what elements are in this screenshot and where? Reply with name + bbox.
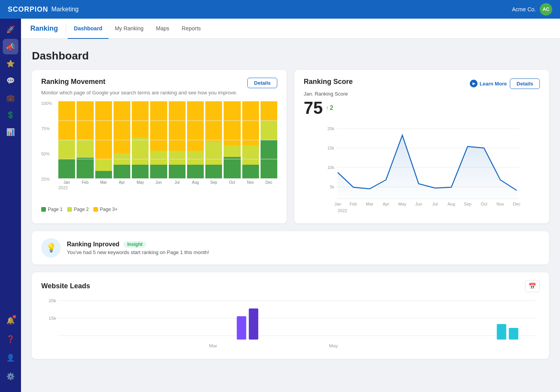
ranking-score-actions: ▶ Learn More Details — [470, 78, 540, 89]
sidebar-item-dollar[interactable]: 💲 — [3, 107, 18, 123]
x-label: Mar — [95, 180, 112, 185]
leads-chart-container: 20k 15k Mar May — [41, 297, 540, 351]
sidebar-item-settings[interactable]: ⚙️ — [3, 369, 18, 384]
sidebar-item-chart[interactable]: 📊 — [3, 124, 18, 140]
sidebar: 🚀 📣 ⭐ 💬 💼 💲 📊 🔔 ❓ 👤 ⚙️ — [0, 19, 21, 392]
x-label: Apr — [114, 180, 130, 185]
learn-more-label: Learn More — [480, 81, 507, 87]
svg-text:15k: 15k — [49, 316, 56, 321]
tab-reports[interactable]: Reports — [175, 19, 207, 39]
calendar-icon: 📅 — [528, 283, 536, 289]
sub-nav: Ranking Dashboard My Ranking Maps Report… — [21, 19, 560, 39]
avatar[interactable]: AC — [540, 3, 552, 16]
bar-segment-page1 — [224, 157, 240, 179]
svg-text:5k: 5k — [330, 185, 334, 189]
sidebar-item-star[interactable]: ⭐ — [3, 56, 18, 71]
x-axis-labels: JanFebMarAprMayJunJulAugSepOctNovDec — [58, 180, 277, 185]
tab-dashboard[interactable]: Dashboard — [68, 19, 108, 39]
insight-text: You've had 5 new keywords start ranking … — [67, 249, 540, 255]
bar-segment-page1 — [169, 165, 186, 179]
bar-segment-page2 — [114, 153, 130, 165]
area-fill — [338, 135, 517, 199]
bar-chart-year: 2022 — [58, 185, 277, 190]
company-name: Acme Co. — [512, 6, 536, 12]
svg-text:Jan: Jan — [334, 202, 341, 206]
svg-text:Mar: Mar — [209, 344, 217, 348]
svg-text:Oct: Oct — [481, 202, 487, 206]
bar-group — [205, 101, 222, 179]
notification-badge — [13, 315, 16, 318]
legend-dot-page2 — [67, 207, 72, 212]
insight-card: 💡 Ranking Inproved Insight You've had 5 … — [32, 231, 549, 265]
ranking-score-chart: 20k 15k 10k 5k — [304, 121, 540, 216]
bar-segment-page2 — [132, 138, 149, 165]
legend-page2: Page 2 — [67, 207, 89, 212]
ranking-movement-chart: 100% 75% 50% 25% — [41, 101, 277, 202]
brand-name: SCORPION — [8, 5, 48, 14]
score-change-value: 2 — [330, 105, 333, 112]
x-label: Jul — [169, 180, 186, 185]
insight-title-row: Ranking Inproved Insight — [67, 241, 540, 248]
score-change: ↑ 2 — [326, 105, 333, 112]
sidebar-item-help[interactable]: ❓ — [3, 331, 18, 347]
tab-maps[interactable]: Maps — [150, 19, 175, 39]
sidebar-item-marketing[interactable]: 📣 — [3, 39, 18, 54]
bar-segment-page2 — [242, 145, 259, 165]
svg-text:15k: 15k — [327, 146, 334, 150]
sidebar-item-chat[interactable]: 💬 — [3, 73, 18, 89]
bar-cyan-1 — [497, 324, 506, 340]
bar-segment-page3 — [132, 101, 149, 138]
svg-text:Nov: Nov — [497, 202, 504, 206]
bar-segment-page1 — [77, 158, 93, 179]
sidebar-item-notifications[interactable]: 🔔 — [3, 313, 18, 328]
ranking-movement-header: Ranking Movement Details — [41, 78, 277, 88]
x-label: Aug — [187, 180, 204, 185]
score-arrow: ↑ — [326, 105, 329, 111]
top-nav-right: Acme Co. AC — [512, 3, 552, 16]
bar-group — [77, 101, 93, 179]
bar-group — [261, 101, 277, 179]
leads-chart-svg: 20k 15k Mar May — [41, 297, 540, 351]
bar-segment-page1 — [58, 159, 75, 179]
bar-chart-legend: Page 1 Page 2 Page 3+ — [41, 207, 277, 212]
bar-segment-page2 — [261, 120, 277, 140]
svg-text:Sep: Sep — [464, 202, 472, 206]
cards-row: Ranking Movement Details Monitor which p… — [32, 70, 549, 223]
x-label: May — [132, 180, 149, 185]
sub-nav-title: Ranking — [30, 24, 66, 33]
ranking-score-details-button[interactable]: Details — [510, 78, 540, 89]
x-label: Feb — [77, 180, 93, 185]
legend-dot-page3 — [93, 207, 98, 212]
website-leads-card: Website Leads 📅 20k 15k — [32, 272, 549, 359]
bar-group — [150, 101, 167, 179]
bar-chart-area: JanFebMarAprMayJunJulAugSepOctNovDec 202… — [58, 101, 277, 190]
sidebar-item-briefcase[interactable]: 💼 — [3, 90, 18, 106]
svg-text:10k: 10k — [327, 165, 334, 170]
x-label: Nov — [242, 180, 259, 185]
calendar-button[interactable]: 📅 — [525, 280, 540, 292]
ranking-movement-card: Ranking Movement Details Monitor which p… — [32, 70, 287, 223]
learn-more-button[interactable]: ▶ Learn More — [470, 78, 507, 89]
sidebar-item-user[interactable]: 👤 — [3, 350, 18, 366]
x-label: Jun — [150, 180, 167, 185]
bar-group — [224, 101, 240, 179]
bar-cyan-2 — [509, 328, 518, 340]
svg-text:May: May — [329, 344, 338, 348]
x-label: Dec — [261, 180, 277, 185]
bar-segment-page1 — [261, 140, 277, 179]
bar-group — [114, 101, 130, 179]
bar-segment-page3 — [187, 101, 204, 151]
x-label: Sep — [205, 180, 222, 185]
ranking-score-header: Ranking Score ▶ Learn More Details — [304, 78, 540, 89]
bar-purple-2 — [249, 308, 258, 340]
svg-text:Mar: Mar — [366, 202, 373, 206]
tab-my-ranking[interactable]: My Ranking — [108, 19, 150, 39]
bar-purple-1 — [237, 316, 246, 340]
sidebar-item-launch[interactable]: 🚀 — [3, 22, 18, 37]
bar-segment-page2 — [77, 139, 93, 158]
bar-group — [169, 101, 186, 179]
bar-segment-page2 — [95, 159, 112, 171]
legend-label-page2: Page 2 — [74, 207, 89, 212]
ranking-movement-details-button[interactable]: Details — [247, 78, 277, 88]
bar-segment-page3 — [77, 101, 93, 139]
